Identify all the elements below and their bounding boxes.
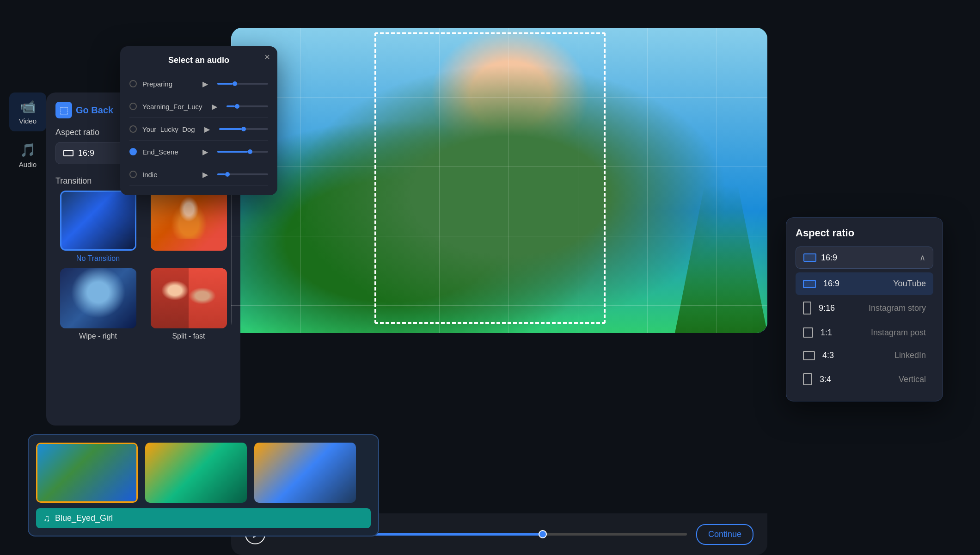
audio-fill-2	[227, 105, 235, 107]
ar-chevron: ∧	[919, 253, 925, 263]
ar-ratio-3-4: 3:4	[820, 375, 831, 384]
audio-name-2: Yearning_For_Lucy	[142, 103, 202, 111]
ar-option-left-16-9: 16:9	[803, 279, 839, 289]
progress-thumb[interactable]	[539, 530, 547, 538]
audio-progress-5	[217, 173, 268, 175]
transition-split-thumb	[151, 268, 227, 328]
ar-platform-ig-story: Instagram story	[869, 303, 926, 313]
audio-progress-3	[219, 128, 268, 130]
ar-platform-ig-post: Instagram post	[871, 328, 926, 338]
audio-radio-1[interactable]	[129, 80, 137, 87]
audio-item-4[interactable]: End_Scene ▶	[129, 141, 268, 163]
ratio-value: 16:9	[63, 148, 94, 158]
audio-play-4[interactable]: ▶	[199, 145, 212, 158]
transition-grid: No Transition Wipe - right	[55, 191, 231, 340]
audio-dialog: × Select an audio Preparing ▶ Yearning_F…	[120, 46, 277, 195]
ar-platform-linkedin: LinkedIn	[894, 351, 926, 360]
video-icon: 📹	[20, 99, 36, 114]
audio-name-3: Your_Lucky_Dog	[142, 125, 195, 133]
ar-icon-3-4	[803, 373, 812, 385]
ar-ratio-16-9: 16:9	[823, 279, 839, 289]
ratio-text-value: 16:9	[78, 148, 94, 158]
back-icon	[55, 102, 72, 118]
timeline-clip-2[interactable]	[145, 443, 247, 503]
audio-dot-5	[225, 172, 230, 177]
ar-option-left-1-1: 1:1	[803, 327, 832, 338]
timeline-clip-3[interactable]	[254, 443, 356, 503]
ar-ratio-9-16: 9:16	[819, 303, 835, 313]
ar-option-16-9[interactable]: 16:9 YouTube	[796, 272, 933, 295]
back-label: Go Back	[76, 105, 113, 116]
ar-option-4-3[interactable]: 4:3 LinkedIn	[796, 344, 933, 367]
audio-item-3[interactable]: Your_Lucky_Dog ▶	[129, 118, 268, 141]
transition-none-label: No Transition	[76, 254, 120, 263]
audio-radio-3[interactable]	[129, 125, 137, 133]
audio-radio-4[interactable]	[129, 148, 137, 155]
transition-girl[interactable]	[146, 191, 231, 263]
audio-name-1: Preparing	[142, 80, 193, 88]
preview-frame	[231, 28, 767, 333]
ar-option-left-9-16: 9:16	[803, 302, 835, 314]
ar-platform-vertical: Vertical	[899, 375, 926, 384]
ar-option-3-4[interactable]: 3:4 Vertical	[796, 367, 933, 392]
transition-none-thumb	[60, 191, 136, 251]
audio-dot-2	[235, 104, 239, 109]
timeline-area: ♫ Blue_Eyed_Girl	[28, 434, 379, 536]
timeline-clips	[36, 443, 371, 503]
transition-section: Transition No Transition	[46, 169, 240, 348]
transition-split-label: Split - fast	[172, 332, 205, 340]
ar-current-ratio: 16:9	[803, 253, 837, 263]
audio-fill-3	[219, 128, 241, 130]
audio-dot-4	[248, 149, 252, 154]
ar-ratio-4-3: 4:3	[822, 351, 834, 360]
ar-dropdown-header[interactable]: 16:9 ∧	[796, 247, 933, 269]
ar-icon-16-9	[803, 280, 816, 288]
audio-label: Audio	[19, 160, 37, 168]
ar-option-1-1[interactable]: 1:1 Instagram post	[796, 321, 933, 344]
transition-none[interactable]: No Transition	[55, 191, 141, 263]
ar-platform-youtube: YouTube	[893, 279, 926, 289]
video-label: Video	[19, 117, 37, 125]
audio-dot-1	[233, 81, 237, 86]
transition-wipe-thumb	[60, 268, 136, 328]
audio-close-button[interactable]: ×	[264, 52, 270, 62]
music-icon: ♫	[43, 513, 50, 524]
continue-button[interactable]: Continue	[696, 524, 753, 545]
audio-dialog-title: Select an audio	[129, 56, 268, 65]
audio-name-4: End_Scene	[142, 148, 193, 156]
transition-wipe-label: Wipe - right	[79, 332, 117, 340]
sidebar-icons: 📹 Video 🎵 Audio	[9, 92, 46, 175]
audio-name-5: Indie	[142, 171, 193, 179]
audio-item-2[interactable]: Yearning_For_Lucy ▶	[129, 95, 268, 118]
audio-play-1[interactable]: ▶	[199, 77, 212, 90]
audio-fill-4	[217, 151, 248, 153]
audio-play-2[interactable]: ▶	[208, 100, 221, 113]
audio-fill-5	[217, 173, 225, 175]
ar-option-left-3-4: 3:4	[803, 373, 831, 385]
audio-fill-1	[217, 83, 233, 85]
audio-play-3[interactable]: ▶	[201, 123, 214, 136]
ar-option-9-16[interactable]: 9:16 Instagram story	[796, 295, 933, 321]
aspect-ratio-panel: Aspect ratio 16:9 ∧ 16:9 YouTube 9:16 In…	[786, 217, 943, 401]
audio-dot-3	[241, 127, 246, 131]
audio-play-5[interactable]: ▶	[199, 168, 212, 181]
timeline-clip-1[interactable]	[36, 443, 138, 503]
ar-icon-9-16	[803, 302, 811, 314]
audio-progress-1	[217, 83, 268, 85]
transition-girl-thumb	[151, 191, 227, 251]
selection-rect	[374, 32, 606, 324]
transition-wipe[interactable]: Wipe - right	[55, 268, 141, 340]
audio-radio-5[interactable]	[129, 171, 137, 178]
ar-panel-title: Aspect ratio	[796, 227, 933, 239]
ar-current-value: 16:9	[821, 253, 837, 263]
ar-option-left-4-3: 4:3	[803, 351, 834, 360]
sidebar-item-audio[interactable]: 🎵 Audio	[9, 136, 46, 175]
audio-radio-2[interactable]	[129, 103, 137, 110]
ar-current-icon	[803, 253, 816, 262]
audio-item-5[interactable]: Indie ▶	[129, 163, 268, 186]
ar-icon-4-3	[803, 351, 815, 360]
sidebar-item-video[interactable]: 📹 Video	[9, 92, 46, 131]
transition-split[interactable]: Split - fast	[146, 268, 231, 340]
audio-item-1[interactable]: Preparing ▶	[129, 73, 268, 95]
video-preview	[231, 28, 767, 333]
